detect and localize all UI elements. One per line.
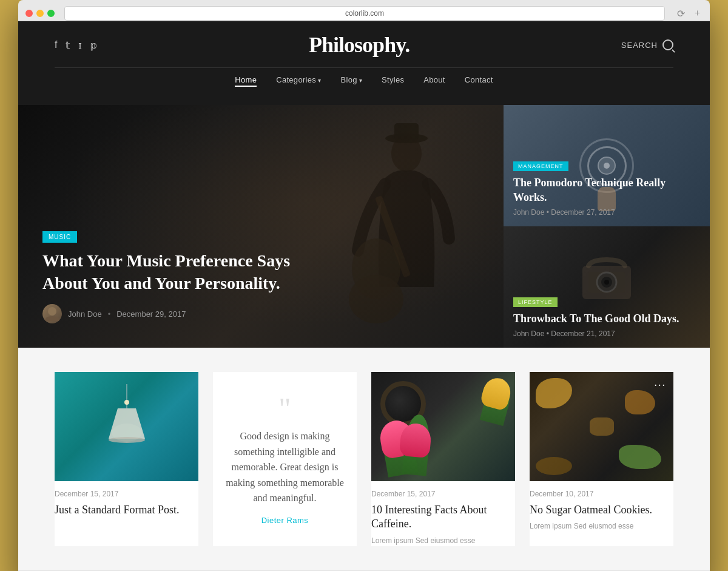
card-meta-management: John Doe • December 27, 2017	[513, 208, 700, 217]
management-badge: MANAGEMENT	[513, 161, 568, 171]
search-area[interactable]: SEARCH	[621, 39, 673, 50]
hero-sidebar: MANAGEMENT The Pomodoro Technique Really…	[504, 105, 710, 348]
post-card-coffee[interactable]: December 15, 2017 10 Interesting Facts A…	[371, 372, 515, 546]
food-image: ···	[530, 372, 673, 481]
social-icons: f 𝕥 ɪ 𝕡	[55, 39, 97, 51]
food-splatter-2	[619, 445, 661, 469]
post-card-quote[interactable]: " Good design is making something intell…	[213, 372, 357, 546]
dots-menu[interactable]: ···	[655, 379, 667, 392]
hero-title: What Your Music Preference Says About Yo…	[42, 250, 322, 294]
lamp-image	[55, 372, 198, 481]
instagram-icon[interactable]: ɪ	[78, 39, 82, 51]
refresh-button[interactable]: ⟳	[675, 7, 687, 21]
svg-point-6	[48, 307, 56, 316]
hero-card-management[interactable]: MANAGEMENT The Pomodoro Technique Really…	[504, 105, 710, 226]
svg-point-4	[349, 275, 403, 323]
separator: •	[108, 309, 111, 319]
lifestyle-badge: LIFESTYLE	[513, 297, 558, 307]
hero-author: John Doe • December 29, 2017	[42, 304, 322, 323]
nav-styles[interactable]: Styles	[382, 75, 404, 87]
card-overlay-management: MANAGEMENT The Pomodoro Technique Really…	[504, 150, 710, 226]
new-tab-button[interactable]: +	[692, 7, 703, 20]
browser-chrome: colorlib.com ⟳ +	[18, 0, 710, 21]
lower-section: December 15, 2017 Just a Standard Format…	[18, 348, 710, 570]
food-splatter-1	[536, 378, 572, 408]
post-date-cookies: December 10, 2017	[530, 490, 673, 498]
card-title-lifestyle: Throwback To The Good Old Days.	[513, 312, 700, 326]
svg-point-11	[604, 280, 609, 285]
pinterest-icon[interactable]: 𝕡	[90, 39, 97, 51]
main-nav: Home Categories Blog Styles About Contac…	[55, 67, 673, 94]
post-text-coffee: December 15, 2017 10 Interesting Facts A…	[371, 490, 515, 546]
site-wrapper: f 𝕥 ɪ 𝕡 Philosophy. SEARCH Home Categori…	[18, 21, 710, 571]
post-card-cookies[interactable]: ··· December 10, 2017 No Sugar Oatmeal C…	[530, 372, 673, 546]
post-text-lamp: December 15, 2017 Just a Standard Format…	[55, 490, 198, 517]
guitarist-silhouette	[328, 105, 485, 348]
svg-point-16	[112, 424, 142, 442]
nav-home[interactable]: Home	[235, 75, 257, 87]
music-badge[interactable]: MUSIC	[42, 231, 77, 243]
hero-card-lifestyle[interactable]: LIFESTYLE Throwback To The Good Old Days…	[504, 226, 710, 348]
quote-marks: "	[278, 393, 291, 424]
search-label: SEARCH	[621, 41, 658, 50]
address-bar[interactable]: colorlib.com	[64, 6, 665, 21]
post-date-coffee: December 15, 2017	[371, 490, 515, 498]
facebook-icon[interactable]: f	[55, 39, 57, 51]
svg-point-15	[124, 400, 129, 405]
post-card-lamp[interactable]: December 15, 2017 Just a Standard Format…	[55, 372, 198, 546]
quote-text: Good design is making something intellig…	[225, 428, 345, 506]
card-meta-lifestyle: John Doe • December 21, 2017	[513, 329, 700, 338]
post-date-lamp: December 15, 2017	[55, 490, 198, 498]
quote-author: Dieter Rams	[261, 516, 309, 525]
hero-section: MUSIC What Your Music Preference Says Ab…	[18, 105, 710, 348]
author-avatar	[42, 304, 62, 323]
site-header: f 𝕥 ɪ 𝕡 Philosophy. SEARCH Home Categori…	[18, 21, 710, 105]
close-button[interactable]	[25, 10, 33, 17]
header-top: f 𝕥 ɪ 𝕡 Philosophy. SEARCH	[55, 32, 673, 58]
nav-blog[interactable]: Blog	[340, 75, 362, 87]
nav-categories[interactable]: Categories	[276, 75, 321, 87]
site-logo: Philosophy.	[309, 32, 410, 58]
svg-rect-2	[394, 123, 419, 140]
card-title-management: The Pomodoro Technique Really Works.	[513, 176, 700, 204]
nav-contact[interactable]: Contact	[465, 75, 493, 87]
post-text-cookies: December 10, 2017 No Sugar Oatmeal Cooki…	[530, 490, 673, 532]
post-excerpt-cookies: Lorem ipsum Sed eiusmod esse	[530, 521, 673, 532]
browser-window: colorlib.com ⟳ + f 𝕥 ɪ 𝕡 Philosophy. SEA…	[18, 0, 710, 571]
card-overlay-lifestyle: LIFESTYLE Throwback To The Good Old Days…	[504, 286, 710, 348]
post-excerpt-coffee: Lorem ipsum Sed eiusmod esse	[371, 535, 515, 546]
post-title-cookies: No Sugar Oatmeal Cookies.	[530, 503, 673, 517]
coffee-image	[371, 372, 515, 481]
twitter-icon[interactable]: 𝕥	[66, 39, 70, 51]
hero-content: MUSIC What Your Music Preference Says Ab…	[42, 231, 322, 323]
author-name: John Doe	[68, 309, 102, 319]
traffic-lights	[25, 10, 55, 17]
hero-main: MUSIC What Your Music Preference Says Ab…	[18, 105, 504, 348]
hero-date: December 29, 2017	[116, 309, 186, 319]
minimize-button[interactable]	[36, 10, 44, 17]
maximize-button[interactable]	[47, 10, 55, 17]
nav-about[interactable]: About	[423, 75, 445, 87]
search-icon[interactable]	[662, 39, 673, 50]
posts-grid: December 15, 2017 Just a Standard Format…	[55, 372, 673, 546]
post-title-coffee: 10 Interesting Facts About Caffeine.	[371, 503, 515, 532]
post-title-lamp: Just a Standard Format Post.	[55, 503, 198, 517]
